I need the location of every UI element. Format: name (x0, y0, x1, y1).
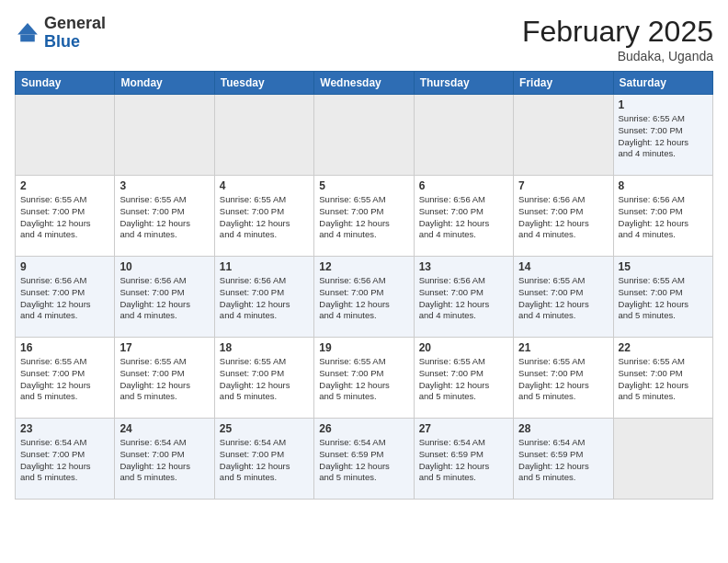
day-number: 14 (518, 260, 608, 273)
day-number: 27 (419, 422, 508, 435)
day-info: Sunrise: 6:54 AM Sunset: 6:59 PM Dayligh… (319, 437, 408, 484)
day-info: Sunrise: 6:55 AM Sunset: 7:00 PM Dayligh… (518, 356, 608, 403)
calendar-cell: 6Sunrise: 6:56 AM Sunset: 7:00 PM Daylig… (414, 176, 513, 257)
calendar-cell: 23Sunrise: 6:54 AM Sunset: 7:00 PM Dayli… (16, 419, 115, 500)
day-info: Sunrise: 6:54 AM Sunset: 7:00 PM Dayligh… (20, 437, 109, 484)
logo: General Blue (15, 15, 106, 52)
calendar-cell: 27Sunrise: 6:54 AM Sunset: 6:59 PM Dayli… (414, 419, 513, 500)
logo-text: General Blue (44, 15, 106, 52)
calendar-week-row: 2Sunrise: 6:55 AM Sunset: 7:00 PM Daylig… (16, 176, 713, 257)
calendar-cell: 12Sunrise: 6:56 AM Sunset: 7:00 PM Dayli… (314, 257, 414, 338)
logo-general: General (44, 14, 106, 32)
calendar-cell (16, 95, 115, 176)
day-info: Sunrise: 6:55 AM Sunset: 7:00 PM Dayligh… (518, 275, 608, 322)
calendar-week-row: 9Sunrise: 6:56 AM Sunset: 7:00 PM Daylig… (16, 257, 713, 338)
calendar-cell (414, 95, 513, 176)
calendar-cell: 18Sunrise: 6:55 AM Sunset: 7:00 PM Dayli… (214, 338, 313, 419)
day-number: 20 (419, 341, 508, 354)
day-info: Sunrise: 6:54 AM Sunset: 6:59 PM Dayligh… (419, 437, 508, 484)
weekday-header: Thursday (414, 72, 513, 95)
calendar-cell: 10Sunrise: 6:56 AM Sunset: 7:00 PM Dayli… (115, 257, 214, 338)
day-info: Sunrise: 6:55 AM Sunset: 7:00 PM Dayligh… (619, 275, 708, 322)
calendar-cell: 3Sunrise: 6:55 AM Sunset: 7:00 PM Daylig… (115, 176, 214, 257)
day-info: Sunrise: 6:55 AM Sunset: 7:00 PM Dayligh… (20, 356, 109, 403)
calendar-cell: 5Sunrise: 6:55 AM Sunset: 7:00 PM Daylig… (314, 176, 414, 257)
day-info: Sunrise: 6:54 AM Sunset: 6:59 PM Dayligh… (518, 437, 608, 484)
calendar-cell: 25Sunrise: 6:54 AM Sunset: 7:00 PM Dayli… (214, 419, 313, 500)
day-info: Sunrise: 6:55 AM Sunset: 7:00 PM Dayligh… (220, 356, 309, 403)
day-info: Sunrise: 6:54 AM Sunset: 7:00 PM Dayligh… (220, 437, 309, 484)
day-info: Sunrise: 6:56 AM Sunset: 7:00 PM Dayligh… (20, 275, 109, 322)
weekday-header-row: SundayMondayTuesdayWednesdayThursdayFrid… (16, 72, 713, 95)
day-info: Sunrise: 6:55 AM Sunset: 7:00 PM Dayligh… (419, 356, 508, 403)
day-number: 7 (518, 179, 608, 192)
logo-icon (15, 20, 40, 46)
calendar-cell (214, 95, 313, 176)
day-number: 25 (220, 422, 309, 435)
calendar-subtitle: Budaka, Uganda (522, 49, 713, 63)
day-number: 26 (319, 422, 408, 435)
weekday-header: Monday (115, 72, 214, 95)
day-info: Sunrise: 6:55 AM Sunset: 7:00 PM Dayligh… (119, 356, 209, 403)
title-block: February 2025 Budaka, Uganda (522, 15, 713, 63)
day-info: Sunrise: 6:56 AM Sunset: 7:00 PM Dayligh… (419, 194, 508, 241)
day-number: 17 (119, 341, 209, 354)
calendar-cell: 15Sunrise: 6:55 AM Sunset: 7:00 PM Dayli… (613, 257, 712, 338)
day-number: 1 (619, 98, 708, 111)
day-info: Sunrise: 6:56 AM Sunset: 7:00 PM Dayligh… (619, 194, 708, 241)
day-info: Sunrise: 6:56 AM Sunset: 7:00 PM Dayligh… (419, 275, 508, 322)
calendar-cell (115, 95, 214, 176)
svg-marker-0 (17, 23, 38, 34)
calendar-cell: 13Sunrise: 6:56 AM Sunset: 7:00 PM Dayli… (414, 257, 513, 338)
calendar-cell: 20Sunrise: 6:55 AM Sunset: 7:00 PM Dayli… (414, 338, 513, 419)
day-info: Sunrise: 6:55 AM Sunset: 7:00 PM Dayligh… (319, 356, 408, 403)
day-info: Sunrise: 6:55 AM Sunset: 7:00 PM Dayligh… (119, 194, 209, 241)
day-info: Sunrise: 6:55 AM Sunset: 7:00 PM Dayligh… (619, 356, 708, 403)
day-info: Sunrise: 6:55 AM Sunset: 7:00 PM Dayligh… (20, 194, 109, 241)
weekday-header: Friday (514, 72, 613, 95)
calendar-week-row: 16Sunrise: 6:55 AM Sunset: 7:00 PM Dayli… (16, 338, 713, 419)
weekday-header: Tuesday (214, 72, 313, 95)
day-number: 5 (319, 179, 408, 192)
day-number: 18 (220, 341, 309, 354)
weekday-header: Wednesday (314, 72, 414, 95)
calendar-cell: 7Sunrise: 6:56 AM Sunset: 7:00 PM Daylig… (514, 176, 613, 257)
calendar-cell: 16Sunrise: 6:55 AM Sunset: 7:00 PM Dayli… (16, 338, 115, 419)
calendar-cell: 1Sunrise: 6:55 AM Sunset: 7:00 PM Daylig… (613, 95, 712, 176)
day-number: 22 (619, 341, 708, 354)
day-number: 6 (419, 179, 508, 192)
calendar-cell: 22Sunrise: 6:55 AM Sunset: 7:00 PM Dayli… (613, 338, 712, 419)
day-number: 23 (20, 422, 109, 435)
weekday-header: Sunday (16, 72, 115, 95)
day-number: 3 (119, 179, 209, 192)
day-number: 13 (419, 260, 508, 273)
day-number: 24 (119, 422, 209, 435)
calendar-title: February 2025 (522, 15, 713, 49)
calendar-cell: 21Sunrise: 6:55 AM Sunset: 7:00 PM Dayli… (514, 338, 613, 419)
day-number: 4 (220, 179, 309, 192)
logo-blue: Blue (44, 32, 80, 51)
svg-rect-1 (20, 34, 35, 41)
calendar-week-row: 1Sunrise: 6:55 AM Sunset: 7:00 PM Daylig… (16, 95, 713, 176)
calendar-cell: 26Sunrise: 6:54 AM Sunset: 6:59 PM Dayli… (314, 419, 414, 500)
calendar-table: SundayMondayTuesdayWednesdayThursdayFrid… (15, 71, 713, 500)
calendar-cell: 24Sunrise: 6:54 AM Sunset: 7:00 PM Dayli… (115, 419, 214, 500)
calendar-cell: 17Sunrise: 6:55 AM Sunset: 7:00 PM Dayli… (115, 338, 214, 419)
page-header: General Blue February 2025 Budaka, Ugand… (15, 15, 713, 63)
calendar-cell (613, 419, 712, 500)
calendar-cell: 8Sunrise: 6:56 AM Sunset: 7:00 PM Daylig… (613, 176, 712, 257)
calendar-cell (514, 95, 613, 176)
day-number: 2 (20, 179, 109, 192)
day-info: Sunrise: 6:56 AM Sunset: 7:00 PM Dayligh… (119, 275, 209, 322)
day-number: 10 (119, 260, 209, 273)
calendar-cell: 4Sunrise: 6:55 AM Sunset: 7:00 PM Daylig… (214, 176, 313, 257)
day-info: Sunrise: 6:56 AM Sunset: 7:00 PM Dayligh… (319, 275, 408, 322)
weekday-header: Saturday (613, 72, 712, 95)
day-number: 8 (619, 179, 708, 192)
calendar-cell: 9Sunrise: 6:56 AM Sunset: 7:00 PM Daylig… (16, 257, 115, 338)
day-number: 9 (20, 260, 109, 273)
calendar-week-row: 23Sunrise: 6:54 AM Sunset: 7:00 PM Dayli… (16, 419, 713, 500)
calendar-cell: 2Sunrise: 6:55 AM Sunset: 7:00 PM Daylig… (16, 176, 115, 257)
day-info: Sunrise: 6:54 AM Sunset: 7:00 PM Dayligh… (119, 437, 209, 484)
day-info: Sunrise: 6:56 AM Sunset: 7:00 PM Dayligh… (220, 275, 309, 322)
